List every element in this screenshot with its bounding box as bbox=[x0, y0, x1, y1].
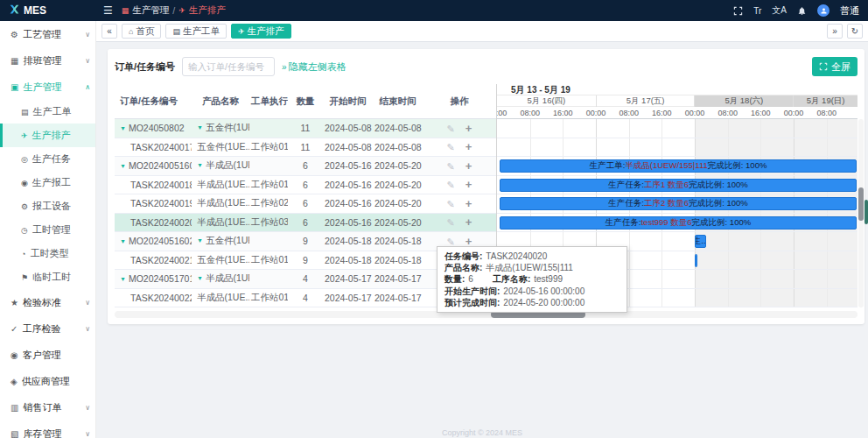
gantt-bar[interactable] bbox=[695, 254, 697, 267]
add-icon[interactable]: + bbox=[466, 215, 472, 229]
bell-icon[interactable] bbox=[797, 6, 807, 16]
gantt-tick-label: 08:00 bbox=[816, 109, 836, 117]
sidebar-item-production-scheduling[interactable]: ✈生产排产 bbox=[0, 124, 95, 147]
sales-icon: ▥ bbox=[10, 403, 18, 413]
cell-workstation bbox=[249, 157, 288, 176]
caret-down-icon[interactable]: ▼ bbox=[120, 125, 126, 131]
cell-start-time: 2024-05-08 bbox=[323, 138, 373, 158]
table-row[interactable]: ▼MO20240051601▼半成品(1UEW/62024-05-162024-… bbox=[115, 157, 496, 176]
table-row[interactable]: TASK20240017五金件(1UE...工作站01112024-05-082… bbox=[115, 138, 496, 158]
language-icon[interactable]: 文A bbox=[772, 4, 787, 17]
chevron-down-icon: ∨ bbox=[85, 57, 90, 65]
sidebar-item-production-mgmt[interactable]: ▣生产管理∧ bbox=[0, 74, 95, 100]
breadcrumb-current[interactable]: 生产排产 bbox=[189, 4, 226, 17]
cell-quantity: 6 bbox=[288, 214, 323, 233]
add-icon[interactable]: + bbox=[466, 140, 472, 153]
order-id-text: TASK20240020 bbox=[130, 217, 192, 228]
sidebar-item-process-mgmt[interactable]: ⚙工艺管理∨ bbox=[0, 21, 95, 47]
username[interactable]: 普通 bbox=[840, 4, 859, 18]
product-name-text: 半成品(1UEW/ bbox=[206, 159, 249, 170]
edit-icon[interactable]: ✎ bbox=[447, 237, 455, 247]
breadcrumb-parent[interactable]: 生产管理 bbox=[132, 4, 169, 17]
tabs-scroll-left-icon[interactable]: « bbox=[102, 24, 117, 39]
edit-icon[interactable]: ✎ bbox=[447, 124, 455, 134]
gantt-day-header: 5月 16(四)5月 17(五)5月 18(六)5月 19(日) bbox=[497, 95, 858, 107]
sidebar-item-production-order[interactable]: ▤生产工单 bbox=[0, 100, 95, 124]
tab-production-order[interactable]: ▤生产工单 bbox=[165, 24, 227, 39]
sidebar-item-production-report[interactable]: ◉生产报工 bbox=[0, 171, 95, 194]
sidebar-item-work-hour-type[interactable]: ◔工时类型 bbox=[0, 242, 95, 265]
add-icon[interactable]: + bbox=[466, 178, 472, 191]
edit-icon[interactable]: ✎ bbox=[447, 142, 455, 152]
sidebar-item-label: 生产工单 bbox=[33, 105, 72, 118]
cell-start-time: 2024-05-08 bbox=[323, 119, 373, 138]
edit-icon[interactable]: ✎ bbox=[447, 217, 455, 228]
sidebar-item-work-hour-mgmt[interactable]: ◷工时管理 bbox=[0, 218, 95, 242]
calendar-icon: ▦ bbox=[10, 56, 18, 66]
dot-circle-icon: ◉ bbox=[21, 179, 28, 187]
chevron-down-icon: ∨ bbox=[85, 404, 90, 412]
table-row[interactable]: ▼MO24050802▼五金件(1UEW/112024-05-082024-05… bbox=[115, 119, 496, 138]
edit-icon[interactable]: ✎ bbox=[447, 161, 455, 172]
avatar[interactable] bbox=[817, 4, 830, 17]
sidebar-item-production-task[interactable]: ◎生产任务 bbox=[0, 147, 95, 171]
add-icon[interactable]: + bbox=[466, 197, 472, 210]
edit-icon[interactable]: ✎ bbox=[447, 199, 455, 209]
tabs-scroll-right-icon[interactable]: » bbox=[827, 24, 843, 39]
sidebar-item-inspection-standard[interactable]: ★检验标准∨ bbox=[0, 289, 95, 315]
gantt-bar[interactable]: 生... bbox=[695, 235, 706, 248]
gantt-row: 生产任务: 工序2 数量6 完成比例: 100% bbox=[497, 194, 858, 214]
table-row[interactable]: TASK20240020半成品(1UE...工作站0362024-05-1620… bbox=[115, 214, 496, 233]
sidebar-item-inventory-mgmt[interactable]: ▧库存管理∨ bbox=[0, 420, 95, 438]
add-icon[interactable]: + bbox=[466, 122, 472, 135]
app-logo[interactable]: MES bbox=[0, 4, 96, 18]
table-row[interactable]: TASK20240018半成品(1UE...工作站0162024-05-1620… bbox=[115, 176, 496, 195]
table-row[interactable]: TASK20240019半成品(1UE...工作站0262024-05-1620… bbox=[115, 194, 496, 214]
tab-production-scheduling[interactable]: ✈生产排产 bbox=[231, 24, 291, 39]
toolbar: 订单/任务编号 » 隐藏左侧表格 全屏 bbox=[108, 49, 864, 84]
gantt-bar[interactable]: 生产任务: 工序2 数量6 完成比例: 100% bbox=[500, 197, 857, 210]
vertical-scrollbar-thumb[interactable] bbox=[858, 187, 864, 221]
caret-down-icon[interactable]: ▼ bbox=[197, 275, 203, 281]
gantt-tick-label: 16:00 bbox=[553, 109, 573, 117]
caret-down-icon[interactable]: ▼ bbox=[197, 124, 203, 131]
caret-down-icon[interactable]: ▼ bbox=[120, 238, 126, 244]
sidebar-item-sales-order[interactable]: ▥销售订单∨ bbox=[0, 394, 95, 420]
gantt-row: 生产任务: 工序1 数量6 完成比例: 100% bbox=[497, 176, 858, 195]
cell-order-id: TASK20240022 bbox=[115, 289, 192, 308]
gantt-bar[interactable]: 生产任务: 工序1 数量6 完成比例: 100% bbox=[500, 179, 857, 192]
edit-icon[interactable]: ✎ bbox=[447, 180, 455, 190]
bar-text-segment: 完成比例: 100% bbox=[689, 180, 748, 191]
hamburger-menu-icon[interactable]: ☰ bbox=[103, 4, 113, 17]
refresh-icon[interactable]: ↻ bbox=[847, 24, 863, 39]
sidebar-item-process-inspection[interactable]: ✓工序检验∨ bbox=[0, 315, 95, 342]
sidebar-item-shift-mgmt[interactable]: ▦排班管理∨ bbox=[0, 47, 95, 74]
tab-home[interactable]: ⌂首页 bbox=[122, 24, 161, 39]
column-header-3: 数量 bbox=[288, 84, 323, 119]
chevron-down-icon: ∨ bbox=[85, 31, 90, 39]
add-icon[interactable]: + bbox=[466, 159, 472, 173]
sidebar-item-supplier-mgmt[interactable]: ◈供应商管理 bbox=[0, 368, 95, 394]
hide-left-table-link[interactable]: » 隐藏左侧表格 bbox=[282, 60, 346, 74]
cell-actions: ✎+ bbox=[423, 157, 496, 176]
product-name-text: 半成品(1UE... bbox=[197, 216, 249, 227]
bar-text-segment: 完成比例: 100% bbox=[689, 198, 748, 209]
translate-icon[interactable]: Tr bbox=[753, 6, 761, 16]
caret-down-icon[interactable]: ▼ bbox=[197, 162, 203, 168]
order-task-input[interactable] bbox=[182, 57, 275, 76]
sidebar-item-temp-work-hour[interactable]: ⚑临时工时 bbox=[0, 265, 95, 289]
sidebar-item-report-device[interactable]: ⚙报工设备 bbox=[0, 194, 95, 218]
caret-down-icon[interactable]: ▼ bbox=[120, 163, 126, 169]
page-scrollbar-thumb[interactable] bbox=[864, 200, 868, 224]
plane-icon: ✈ bbox=[238, 27, 245, 36]
tab-label: 生产排产 bbox=[248, 25, 284, 38]
fullscreen-icon[interactable] bbox=[733, 6, 743, 16]
caret-down-icon[interactable]: ▼ bbox=[120, 276, 126, 282]
gantt-bar[interactable]: 生产工单: 半成品(1UEW/155|111 完成比例: 100% bbox=[500, 159, 857, 173]
caret-down-icon[interactable]: ▼ bbox=[197, 237, 203, 244]
fullscreen-button[interactable]: 全屏 bbox=[812, 57, 858, 76]
gantt-vertical-scrollbar[interactable] bbox=[858, 119, 864, 307]
gantt-bar[interactable]: 生产任务: test999 数量6 完成比例: 100% bbox=[500, 216, 857, 230]
order-id-text: MO2024051701 bbox=[129, 273, 192, 284]
sidebar-item-customer-mgmt[interactable]: ◉客户管理 bbox=[0, 342, 95, 368]
